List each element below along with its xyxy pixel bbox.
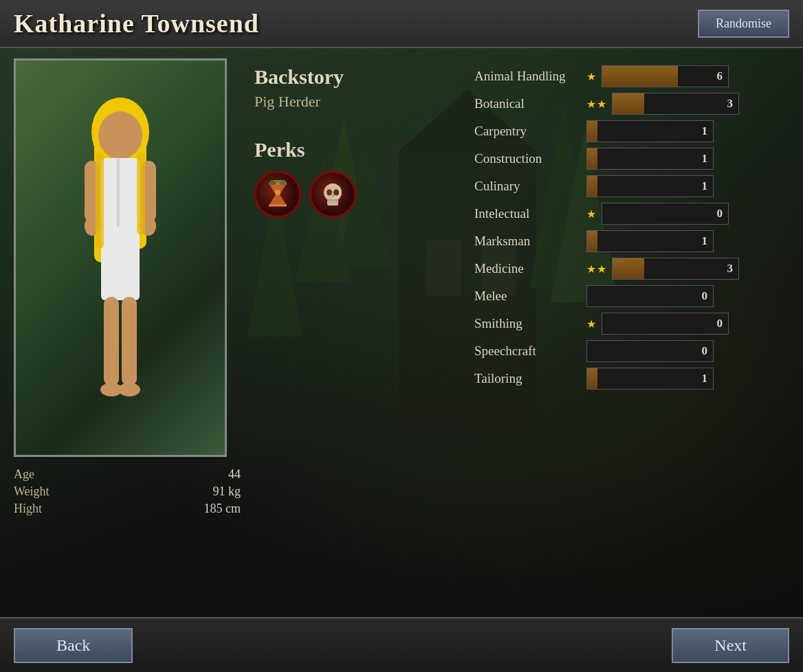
footer: Back Next (0, 617, 803, 672)
skill-row: Medicine★★3 (474, 258, 789, 280)
skill-bar-container: 1 (586, 120, 714, 142)
svg-rect-19 (101, 225, 140, 300)
skill-value: 0 (702, 344, 708, 358)
svg-point-42 (331, 194, 335, 197)
skill-bar: 1 (586, 368, 714, 390)
skill-bar: 6 (602, 65, 729, 87)
svg-rect-20 (104, 297, 119, 386)
portrait-section: Age 44 Weight 91 kg Hight 185 cm (14, 58, 241, 607)
skill-name-melee: Melee (474, 289, 581, 304)
skill-fill (613, 258, 644, 279)
star-icon: ★ (586, 208, 596, 221)
portrait-frame (14, 58, 227, 457)
back-button[interactable]: Back (14, 628, 133, 663)
star-icon: ★ (597, 262, 606, 276)
randomise-button[interactable]: Randomise (698, 10, 789, 38)
height-value: 185 cm (204, 502, 241, 516)
skill-bar: 3 (612, 258, 739, 280)
star-icon: ★ (586, 317, 596, 331)
skill-fill (587, 231, 597, 251)
svg-rect-21 (122, 297, 137, 386)
next-button[interactable]: Next (672, 628, 789, 663)
skill-value: 1 (702, 179, 708, 193)
skill-bar-container: 1 (586, 175, 714, 197)
skill-value: 1 (702, 234, 708, 248)
skill-value: 3 (727, 97, 734, 111)
portrait-stats: Age 44 Weight 91 kg Hight 185 cm (14, 464, 241, 522)
skill-name-culinary: Culinary (474, 179, 581, 194)
skill-value: 0 (717, 317, 723, 331)
star-icon: ★ (586, 98, 596, 111)
skill-bar: 1 (586, 175, 714, 197)
age-stat: Age 44 (14, 467, 241, 482)
skill-name-speechcraft: Speechcraft (474, 344, 581, 359)
perk-skull[interactable] (309, 171, 356, 218)
svg-rect-38 (328, 200, 331, 204)
svg-marker-27 (269, 183, 287, 205)
star-icon: ★ (586, 262, 596, 276)
skill-row: Marksman1 (474, 230, 789, 252)
svg-rect-25 (96, 153, 104, 249)
weight-stat: Weight 91 kg (14, 484, 241, 499)
weight-label: Weight (14, 484, 50, 499)
skill-name-animalhandling: Animal Handling (474, 69, 581, 84)
perk-hourglass[interactable] (254, 171, 301, 218)
height-stat: Hight 185 cm (14, 502, 241, 516)
skill-name-intelectual: Intelectual (474, 206, 581, 221)
skill-value: 0 (702, 289, 708, 303)
skill-bar: 0 (586, 285, 714, 307)
svg-point-31 (268, 180, 279, 186)
skill-value: 1 (702, 124, 708, 138)
skill-name-tailoring: Tailoring (474, 371, 581, 386)
skill-value: 0 (717, 207, 723, 221)
svg-point-36 (327, 190, 332, 196)
age-value: 44 (228, 467, 241, 482)
svg-rect-14 (101, 158, 140, 227)
skill-name-construction: Construction (474, 151, 581, 166)
svg-rect-24 (117, 158, 120, 227)
svg-point-33 (274, 180, 281, 183)
skill-row: Carpentry1 (474, 120, 789, 142)
skill-stars: ★ (586, 70, 596, 83)
skill-bar: 1 (586, 230, 714, 252)
skill-fill (587, 176, 597, 197)
skill-row: Smithing★0 (474, 313, 789, 335)
skill-bar: 3 (612, 93, 739, 115)
skill-bar: 1 (586, 120, 714, 142)
svg-point-30 (275, 190, 280, 195)
star-icon: ★ (597, 98, 606, 111)
age-label: Age (14, 467, 34, 482)
weight-value: 91 kg (213, 484, 241, 499)
skill-bar: 0 (602, 313, 729, 335)
svg-rect-39 (331, 200, 334, 204)
character-sprite (52, 84, 189, 455)
backstory-heading: Backstory (254, 65, 461, 89)
skill-name-botanical: Botanical (474, 96, 581, 111)
star-icon: ★ (586, 70, 596, 83)
skill-fill (602, 66, 678, 87)
skill-bar-container: 1 (586, 230, 714, 252)
skill-row: Construction1 (474, 148, 789, 170)
svg-point-34 (324, 183, 342, 201)
skill-bar: 0 (586, 340, 714, 362)
skill-bar-container: 1 (586, 148, 714, 170)
info-section: Backstory Pig Herder Perks (254, 58, 461, 607)
skill-bar-container: ★0 (586, 313, 729, 335)
skill-row: Animal Handling★6 (474, 65, 789, 87)
skill-name-medicine: Medicine (474, 261, 581, 276)
svg-point-13 (98, 111, 142, 159)
skill-fill (613, 93, 644, 114)
skill-bar-container: ★0 (586, 203, 729, 225)
svg-point-32 (276, 180, 287, 186)
skill-fill (587, 368, 597, 389)
skill-value: 1 (702, 372, 708, 385)
skill-bar-container: ★6 (586, 65, 729, 87)
skill-stars: ★ (586, 208, 596, 221)
header: Katharine Townsend Randomise (0, 0, 803, 48)
skill-bar: 0 (602, 203, 729, 225)
skill-fill (587, 121, 597, 142)
skill-row: Botanical★★3 (474, 93, 789, 115)
skill-value: 1 (702, 152, 708, 166)
skill-row: Melee0 (474, 285, 789, 307)
skill-name-smithing: Smithing (474, 316, 581, 331)
